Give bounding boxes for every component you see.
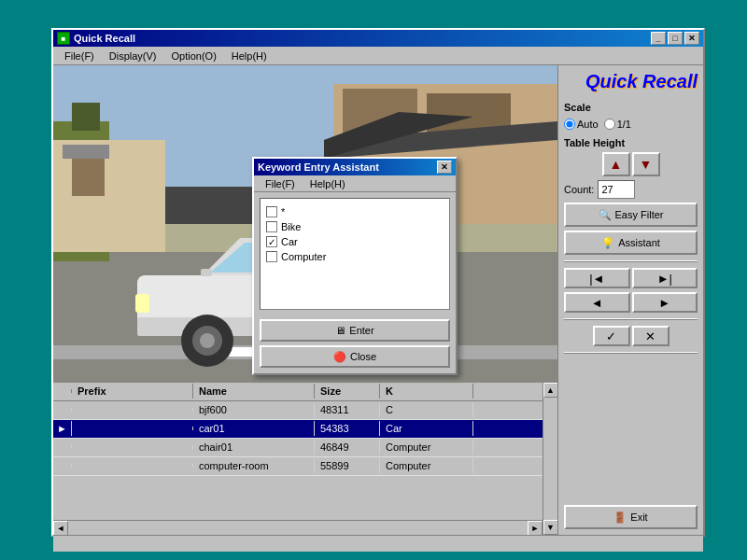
table-height-up-btn[interactable]: ▲ [602, 152, 630, 176]
row-k: Computer [380, 440, 473, 455]
row-prefix [72, 408, 193, 412]
scale-auto-label: Auto [577, 119, 599, 130]
col-name: Name [193, 384, 315, 399]
scale-label: Scale [564, 102, 698, 113]
row-name: bjf600 [193, 402, 315, 417]
table-height-label: Table Height [564, 137, 698, 148]
easy-filter-button[interactable]: 🔍 Easy Filter [564, 203, 698, 227]
close-button[interactable]: ✕ [684, 32, 699, 45]
close-button[interactable]: 🔴 Close [260, 345, 450, 368]
scroll-left-btn[interactable]: ◄ [53, 521, 68, 536]
exit-label: Exit [630, 511, 647, 523]
row-name: chair01 [193, 440, 315, 455]
exit-button[interactable]: 🚪 Exit [564, 505, 698, 529]
table-row[interactable]: chair01 46849 Computer [53, 439, 543, 457]
row-arrow [53, 408, 72, 412]
col-arrow [53, 389, 72, 393]
menu-bar: File(F) Display(V) Option(O) Help(H) [53, 47, 703, 65]
easy-filter-label: Easy Filter [615, 209, 664, 220]
separator-3 [564, 352, 698, 354]
row-arrow: ► [53, 421, 72, 436]
nav-first-btn[interactable]: |◄ [564, 268, 630, 288]
title-controls: _ □ ✕ [651, 32, 699, 45]
separator-1 [564, 260, 698, 262]
nav-next-btn[interactable]: ► [632, 292, 698, 313]
enter-button[interactable]: 🖥 Enter [260, 319, 450, 342]
table-row[interactable]: bjf600 48311 C [53, 401, 543, 420]
vertical-scrollbar[interactable]: ▲ ▼ [543, 383, 557, 535]
scroll-right-btn[interactable]: ► [528, 521, 543, 536]
maximize-button[interactable]: □ [668, 32, 683, 45]
nav-group-2: ◄ ► [564, 292, 698, 313]
dialog-close-btn[interactable]: ✕ [437, 161, 452, 174]
nav-prev-btn[interactable]: ◄ [564, 292, 630, 313]
table-container: Prefix Name Size K bjf600 48311 C [53, 383, 557, 535]
table-height-down-btn[interactable]: ▼ [632, 152, 660, 176]
scale-11-radio[interactable]: 1/1 [604, 119, 631, 130]
keyword-checkbox-star[interactable] [266, 206, 277, 217]
scroll-track-v[interactable] [543, 398, 558, 520]
close-label: Close [350, 351, 376, 362]
assistant-button[interactable]: 💡 Assistant [564, 231, 698, 255]
horizontal-scrollbar[interactable]: ◄ ► [53, 520, 543, 535]
scroll-down-btn[interactable]: ▼ [543, 520, 558, 535]
table-height-controls: ▲ ▼ [564, 152, 698, 176]
menu-option[interactable]: Option(O) [164, 49, 224, 63]
svg-rect-26 [135, 294, 149, 313]
nav-group-1: |◄ ►| [564, 268, 698, 288]
keyword-checkbox-bike[interactable] [266, 221, 277, 232]
keyword-checkbox-computer[interactable] [266, 251, 277, 262]
row-size: 55899 [315, 458, 380, 473]
exit-btn-wrapper: 🚪 Exit [564, 505, 698, 529]
enter-icon: 🖥 [335, 325, 345, 336]
dialog-title-bar: Keyword Entry Assistant ✕ [254, 159, 456, 175]
status-bar [53, 535, 703, 552]
scroll-track[interactable] [68, 524, 528, 533]
table-row[interactable]: ► car01 54383 Car [53, 420, 543, 439]
row-prefix [72, 464, 193, 468]
row-size: 48311 [315, 402, 380, 417]
row-arrow [53, 445, 72, 449]
keyword-item[interactable]: * [266, 204, 444, 219]
keyword-label-star: * [281, 206, 285, 217]
menu-file[interactable]: File(F) [57, 49, 102, 63]
nav-last-btn[interactable]: ►| [632, 268, 698, 288]
dialog-buttons: 🖥 Enter 🔴 Close [254, 315, 456, 373]
keyword-item[interactable]: ✓ Car [266, 234, 444, 249]
count-input[interactable] [598, 180, 635, 199]
scroll-up-btn[interactable]: ▲ [543, 383, 558, 398]
scale-auto-radio[interactable]: Auto [564, 119, 599, 130]
row-k: Computer [380, 458, 473, 473]
svg-rect-11 [72, 103, 100, 131]
menu-help[interactable]: Help(H) [224, 49, 275, 63]
keyword-item[interactable]: Computer [266, 249, 444, 264]
minimize-button[interactable]: _ [651, 32, 666, 45]
menu-display[interactable]: Display(V) [102, 49, 164, 63]
title-bar-left: ■ Quick Recall [57, 32, 135, 45]
table-header: Prefix Name Size K [53, 383, 543, 401]
check-action-group: ✓ ✕ [564, 326, 698, 346]
cross-btn[interactable]: ✕ [632, 326, 669, 346]
title-bar: ■ Quick Recall _ □ ✕ [53, 30, 703, 47]
row-size: 54383 [315, 421, 380, 436]
keyword-dialog: Keyword Entry Assistant ✕ File(F) Help(H… [252, 157, 458, 375]
dialog-content: * Bike ✓ Car Computer [260, 198, 450, 310]
keyword-checkbox-car[interactable]: ✓ [266, 236, 277, 247]
scale-radio-group: Auto 1/1 [564, 119, 698, 130]
check-btn[interactable]: ✓ [593, 326, 630, 346]
dialog-menu-help[interactable]: Help(H) [303, 176, 353, 191]
table-row[interactable]: computer-room 55899 Computer [53, 457, 543, 476]
assistant-label: Assistant [618, 237, 660, 248]
right-panel: Quick Recall Scale Auto 1/1 Table Height… [558, 65, 703, 535]
keyword-label-bike: Bike [281, 221, 301, 232]
col-size: Size [315, 384, 380, 399]
dialog-menu-file[interactable]: File(F) [258, 176, 303, 191]
keyword-item[interactable]: Bike [266, 219, 444, 234]
svg-rect-13 [72, 159, 105, 196]
easy-filter-icon: 🔍 [599, 209, 612, 221]
keyword-label-computer: Computer [281, 251, 326, 262]
row-name: computer-room [193, 458, 315, 473]
assistant-icon: 💡 [601, 237, 614, 249]
row-prefix [72, 427, 193, 430]
row-prefix [72, 445, 193, 449]
